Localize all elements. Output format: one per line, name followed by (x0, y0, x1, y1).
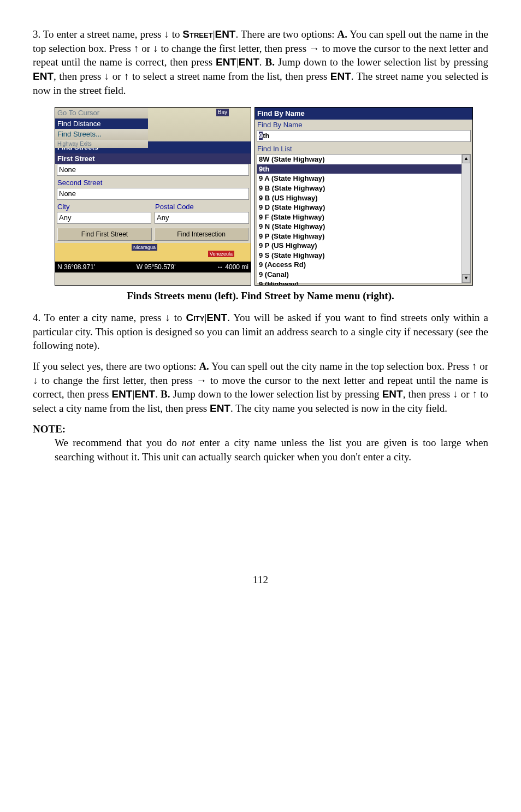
key-ent: ENT (111, 388, 132, 400)
key-city: City (186, 312, 204, 323)
key-ent: ENT (239, 56, 259, 68)
text: , then press ↓ or ↑ to select a street n… (54, 70, 330, 82)
list-item[interactable]: 9 (Access Rd) (257, 260, 470, 270)
key-ent: ENT (330, 70, 351, 82)
results-list[interactable]: 8W (State Highway) 9th 9 A (State Highwa… (257, 154, 471, 283)
list-item[interactable]: 9 P (State Highway) (257, 232, 470, 241)
text: 4. To enter a city name, press ↓ to (33, 312, 186, 323)
option-a: A. (199, 360, 209, 372)
map-label: Venezeula (208, 251, 234, 257)
text: If you select yes, there are two options… (33, 360, 199, 372)
list-item[interactable]: 9 F (State Highway) (257, 212, 470, 222)
list-item[interactable]: 9 (Canal) (257, 270, 470, 280)
scroll-up-icon[interactable]: ▴ (462, 155, 470, 163)
text: . (155, 388, 161, 400)
find-streets-screenshot: Go To Cursor Find Distance Find Streets.… (55, 107, 251, 286)
emph: not (182, 437, 195, 448)
note-heading: NOTE: (33, 422, 488, 436)
text: . There are two options: (235, 28, 337, 40)
postal-input[interactable]: Any (155, 212, 249, 224)
list-item[interactable]: 9 P (US Highway) (257, 241, 470, 251)
key-ent: ENT (134, 388, 155, 400)
input-rest: th (263, 132, 269, 140)
key-ent: ENT (206, 312, 227, 323)
option-b: B. (161, 388, 170, 400)
list-item[interactable]: 9 A (State Highway) (257, 174, 470, 183)
city-label: City (55, 201, 153, 212)
paragraph-step3: 3. To enter a street name, press ↓ to St… (33, 27, 488, 97)
menu-item-find-streets[interactable]: Find Streets... (55, 129, 148, 140)
key-ent: ENT (382, 388, 403, 400)
window-title: Find By Name (255, 108, 472, 120)
text: Jump down to the lower selection list by… (275, 56, 488, 68)
map-label-bay: Bay (216, 109, 229, 116)
find-first-street-button[interactable]: Find First Street (57, 228, 152, 241)
list-item[interactable]: 9 B (US Highway) (257, 193, 470, 203)
second-street-label: Second Street (55, 177, 251, 188)
text: Jump down to the lower selection list by… (170, 388, 382, 400)
list-item[interactable]: 9 N (State Highway) (257, 222, 470, 232)
list-item-selected[interactable]: 9th (257, 164, 470, 174)
status-lat: N 36°08.971' (57, 263, 95, 271)
status-bar: N 36°08.971' W 95°50.579' ↔ 4000 mi (55, 262, 251, 272)
note-body: We recommend that you do not enter a cit… (55, 436, 488, 464)
first-street-input[interactable]: None (57, 164, 249, 176)
menu-item-find-distance[interactable]: Find Distance (55, 118, 148, 129)
list-item[interactable]: 9 B (State Highway) (257, 183, 470, 193)
option-b: B. (265, 56, 274, 68)
menu-item[interactable]: Highway Exits (55, 140, 148, 149)
text: 3. To enter a street name, press ↓ to (33, 28, 182, 40)
key-ent: ENT (215, 28, 235, 40)
scroll-down-icon[interactable]: ▾ (462, 274, 470, 283)
first-street-label: First Street (55, 153, 251, 164)
second-street-input[interactable]: None (57, 188, 249, 200)
key-ent: ENT (33, 70, 54, 82)
screenshots-row: Go To Cursor Find Distance Find Streets.… (55, 107, 488, 286)
paragraph-options: If you select yes, there are two options… (33, 359, 488, 416)
paragraph-step4: 4. To enter a city name, press ↓ to City… (33, 311, 488, 353)
status-lon: W 95°50.579' (137, 263, 176, 271)
find-by-name-label: Find By Name (255, 120, 472, 131)
key-ent: ENT (210, 402, 230, 414)
list-item[interactable]: 8W (State Highway) (257, 155, 470, 164)
list-item[interactable]: 9 S (State Highway) (257, 251, 470, 260)
scrollbar[interactable]: ▴ ▾ (461, 155, 470, 283)
list-item[interactable]: 9 D (State Highway) (257, 203, 470, 212)
key-ent: ENT (216, 56, 236, 68)
text: . The city name you selected is now in t… (230, 402, 447, 414)
key-street: Street (182, 28, 212, 40)
list-item[interactable]: 9 (Highway) (257, 280, 470, 286)
figure-caption: Finds Streets menu (left). Find Street b… (33, 289, 488, 303)
find-intersection-button[interactable]: Find Intersection (154, 228, 248, 241)
map-strip: Nicaragua Venezeula (55, 243, 251, 262)
status-zoom: ↔ 4000 mi (217, 263, 248, 271)
postal-label: Postal Code (153, 201, 251, 212)
city-input[interactable]: Any (57, 212, 151, 224)
text: We recommend that you do (55, 437, 182, 448)
name-input[interactable]: 9th (257, 130, 471, 142)
map-label: Nicaragua (132, 244, 157, 251)
find-in-list-label: Find In List (255, 144, 472, 155)
menu-item[interactable]: Go To Cursor (55, 108, 148, 118)
text: . (259, 56, 265, 68)
find-by-name-screenshot: Find By Name Find By Name 9th Find In Li… (254, 107, 473, 286)
option-a: A. (337, 28, 347, 40)
page-number: 112 (33, 573, 488, 587)
